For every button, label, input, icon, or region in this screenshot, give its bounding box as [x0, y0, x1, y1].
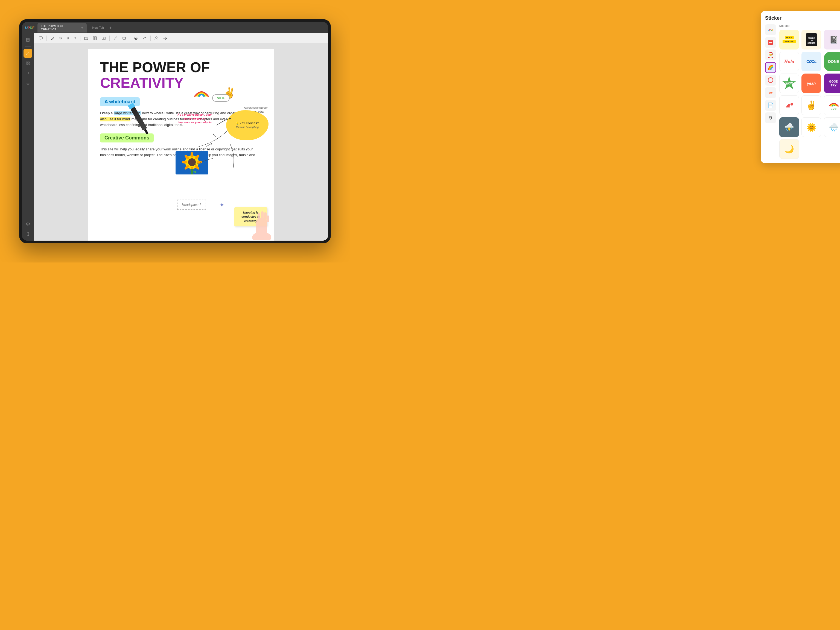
toolbar-expand[interactable]: [100, 36, 107, 41]
svg-rect-4: [26, 62, 28, 63]
content-wrapper: S U T: [34, 33, 328, 241]
toolbar-more[interactable]: [162, 36, 169, 41]
toolbar: S U T: [34, 33, 328, 43]
sidebar-divider: [25, 46, 31, 47]
creative-quote: As a creative person, your inputs are ju…: [177, 113, 212, 125]
sidebar-item-annotate[interactable]: [24, 49, 32, 58]
svg-rect-36: [267, 215, 269, 222]
browser-chrome: UPDF THE POWER OF CREATIVIT ✎ New Tab +: [22, 22, 328, 33]
sidebar-item-layers[interactable]: [24, 220, 32, 229]
svg-point-25: [197, 161, 202, 164]
toolbar-shape[interactable]: [133, 36, 139, 41]
new-tab[interactable]: New Tab: [89, 24, 107, 31]
hand-photo: [249, 207, 274, 240]
svg-rect-13: [93, 36, 95, 40]
svg-point-21: [188, 158, 196, 166]
svg-rect-9: [26, 83, 30, 84]
toolbar-underline[interactable]: U: [65, 35, 71, 41]
pdf-page: THE POWER OF CREATIVITY A whiteboard I k…: [88, 49, 274, 241]
section2-label: Creative Commons: [100, 133, 154, 142]
rainbow-nice-sticker: NICE: [192, 85, 230, 102]
toolbar-pen[interactable]: [112, 36, 119, 41]
toolbar-pencil[interactable]: [49, 36, 56, 41]
svg-rect-6: [26, 64, 28, 65]
headspace-box: Headspace ?: [177, 200, 206, 210]
nice-badge: NICE: [212, 94, 229, 102]
svg-rect-14: [95, 36, 96, 40]
arrow-dashed: ⟶: [205, 140, 214, 149]
svg-rect-8: [26, 82, 30, 82]
svg-point-22: [191, 152, 193, 158]
toolbar-columns[interactable]: [91, 36, 98, 41]
sidebar-item-bookmark[interactable]: [24, 230, 32, 238]
toolbar-sep-4: [130, 36, 130, 41]
key-concept-subtitle: This can be anything: [236, 126, 259, 128]
toolbar-person[interactable]: [153, 36, 160, 41]
svg-rect-7: [28, 64, 30, 65]
svg-rect-16: [123, 37, 126, 39]
active-tab[interactable]: THE POWER OF CREATIVIT ✎: [38, 23, 87, 33]
sidebar-item-organize[interactable]: [24, 59, 32, 68]
svg-rect-10: [27, 84, 29, 84]
toolbar-sep-3: [109, 36, 110, 41]
pdf-area: THE POWER OF CREATIVITY A whiteboard I k…: [34, 43, 328, 241]
device-inner: UPDF THE POWER OF CREATIVIT ✎ New Tab +: [22, 22, 328, 241]
svg-rect-32: [256, 218, 267, 239]
svg-rect-5: [28, 62, 30, 63]
toolbar-text-t[interactable]: T: [73, 35, 78, 41]
svg-rect-33: [257, 213, 260, 221]
sunflower-image: [175, 151, 208, 174]
sidebar-item-convert[interactable]: [24, 69, 32, 77]
toolbar-textbox[interactable]: [82, 36, 90, 41]
svg-point-18: [156, 36, 157, 38]
svg-rect-30: [191, 169, 193, 174]
toolbar-strikethrough[interactable]: S: [58, 35, 63, 41]
star-decoration: ✦: [219, 202, 224, 208]
add-tab-button[interactable]: +: [109, 25, 112, 30]
tab-edit-icon: ✎: [81, 26, 84, 29]
toolbar-sep-2: [80, 36, 81, 41]
main-area: S U T: [22, 33, 328, 241]
toolbar-comment[interactable]: [37, 36, 44, 41]
left-sidebar: [22, 33, 34, 241]
toolbar-rectangle[interactable]: [121, 36, 128, 41]
device-frame: UPDF THE POWER OF CREATIVIT ✎ New Tab +: [19, 19, 331, 243]
toolbar-sep-1: [46, 36, 47, 41]
toolbar-markup[interactable]: [141, 36, 148, 41]
key-concept-bubble: 💡 KEY CONCEPT This can be anything: [226, 110, 268, 140]
arrow-up: ↑: [210, 130, 218, 140]
svg-rect-35: [264, 212, 267, 220]
mindmap-overlay: ✌️ A showcase site for design and other …: [175, 71, 274, 241]
toolbar-sep-5: [150, 36, 151, 41]
svg-rect-34: [261, 212, 264, 220]
sidebar-item-compress[interactable]: [24, 79, 32, 87]
sidebar-item-pages[interactable]: [24, 36, 32, 44]
tab-title: THE POWER OF CREATIVIT: [41, 24, 79, 31]
svg-rect-11: [39, 36, 43, 39]
svg-rect-0: [27, 38, 29, 41]
svg-point-24: [182, 161, 187, 164]
app-logo: UPDF: [25, 26, 34, 30]
